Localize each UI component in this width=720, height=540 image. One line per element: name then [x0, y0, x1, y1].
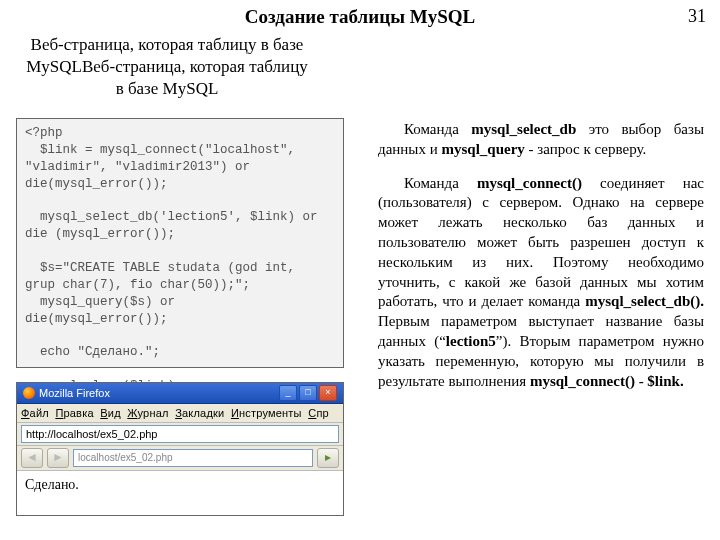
url-field-main: http://localhost/ex5_02.php [21, 425, 339, 443]
explanatory-text: Команда mysql_select_db это выбор базы д… [378, 120, 704, 391]
paragraph-1: Команда mysql_select_db это выбор базы д… [378, 120, 704, 160]
forward-icon: ► [47, 448, 69, 468]
paragraph-2: Команда mysql_connect() соединяет нас (п… [378, 174, 704, 392]
minimize-icon: _ [279, 385, 297, 401]
browser-content: Сделано. [17, 471, 343, 499]
go-icon: ▸ [317, 448, 339, 468]
close-icon: × [319, 385, 337, 401]
page-title: Создание таблицы MySQL [0, 6, 720, 28]
window-buttons: _ □ × [279, 385, 337, 401]
browser-screenshot: Mozilla Firefox _ □ × Файл Правка Вид Жу… [16, 382, 344, 516]
browser-nav-toolbar: ◄ ► localhost/ex5_02.php ▸ [17, 446, 343, 471]
page-number: 31 [688, 6, 706, 27]
back-icon: ◄ [21, 448, 43, 468]
url-field-small: localhost/ex5_02.php [73, 449, 313, 467]
browser-menubar: Файл Правка Вид Журнал Закладки Инструме… [17, 404, 343, 423]
browser-urlbar-row: http://localhost/ex5_02.php [17, 423, 343, 446]
browser-window-title: Mozilla Firefox [39, 383, 110, 403]
subtitle: Веб-страница, которая таблицу в базе MyS… [22, 34, 312, 100]
maximize-icon: □ [299, 385, 317, 401]
code-listing: <?php $link = mysql_connect("localhost",… [16, 118, 344, 368]
firefox-icon [23, 387, 35, 399]
browser-titlebar: Mozilla Firefox _ □ × [17, 383, 343, 404]
